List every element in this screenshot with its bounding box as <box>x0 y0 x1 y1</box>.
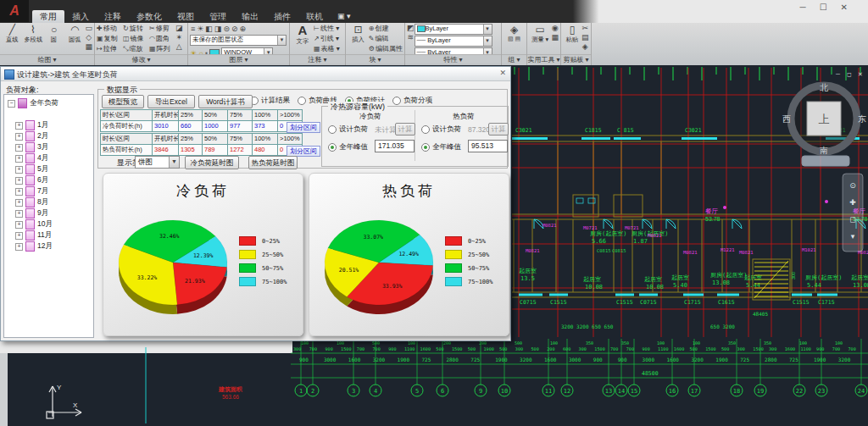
button-导出Excel[interactable]: 导出Excel <box>147 95 195 108</box>
tab-视图[interactable]: 视图 <box>170 10 202 23</box>
draw-extra-icons[interactable]: ▭◇▦ <box>86 24 93 52</box>
button-热负荷延时图[interactable]: 热负荷延时图 <box>248 156 298 169</box>
clipboard-icon-small[interactable]: ◈ <box>581 42 589 52</box>
modify-icon[interactable]: △ <box>175 42 183 52</box>
block-编辑[interactable]: ✎编辑 <box>369 34 403 44</box>
tree-month-8月[interactable]: +8月 <box>15 197 48 207</box>
block-编辑属性[interactable]: ⚙编辑属性 <box>369 44 403 54</box>
measure-tool[interactable]: ▭测量 ▾ <box>529 24 551 43</box>
clipboard-icon-small[interactable]: ✂ <box>581 24 589 33</box>
peak-value-input-热负荷[interactable]: 95.513 <box>468 140 508 152</box>
modify-tool-旋转[interactable]: ↻旋转 <box>123 24 149 34</box>
tree-month-1月[interactable]: +1月 <box>15 120 48 130</box>
layer-icon-row[interactable]: ≡☀◧◨⊜⊘⊕ <box>190 24 287 34</box>
draw-tool-多段线[interactable]: ⌇多段线 <box>23 24 44 43</box>
tree-month-2月[interactable]: +2月 <box>15 131 48 141</box>
expand-icon[interactable]: + <box>15 122 23 130</box>
layer-icon[interactable]: ◧ <box>205 24 213 34</box>
expand-icon[interactable]: + <box>15 243 23 251</box>
peak-value-input-冷负荷[interactable]: 171.035 <box>375 140 415 152</box>
modify-tool-拉伸[interactable]: ↦拉伸 <box>97 44 123 54</box>
annotate-线性[interactable]: ⊢线性 ▾ <box>314 24 340 34</box>
tree-month-10月[interactable]: +10月 <box>15 219 53 230</box>
clipboard-icon-small[interactable]: ▤ <box>581 33 589 42</box>
utility-extra-icons[interactable]: ◉▦ <box>551 24 559 42</box>
tree-month-9月[interactable]: +9月 <box>15 208 48 219</box>
panel-footer-注释[interactable]: 注释 ▾ <box>290 54 345 65</box>
load-object-tree[interactable]: −全年负荷+1月+2月+3月+4月+5月+6月+7月+8月+9月+10月+11月… <box>3 94 94 338</box>
draw-tool-直线[interactable]: ╱直线 <box>2 24 23 43</box>
paste-tool[interactable]: ▯粘贴 <box>563 24 581 43</box>
button-calc-热负荷[interactable]: 计算 <box>488 123 509 136</box>
button-冷负荷延时图[interactable]: 冷负荷延时图 <box>185 156 239 169</box>
share-camera-icon[interactable]: ▣ ▾ <box>331 10 358 23</box>
tab-插件[interactable]: 插件 <box>266 10 298 23</box>
layer-state-combo[interactable]: 未保存的图层状态▼ <box>190 35 287 46</box>
tree-month-4月[interactable]: +4月 <box>15 153 48 163</box>
tree-month-7月[interactable]: +7月 <box>15 186 48 196</box>
tree-root[interactable]: −全年负荷 <box>8 98 58 108</box>
display-type-select[interactable]: 饼图 ▼ <box>135 156 180 169</box>
autocad-logo-icon[interactable]: A <box>0 0 29 22</box>
modify-icon[interactable]: ✶ <box>175 33 183 42</box>
tree-month-12月[interactable]: +12月 <box>15 241 53 252</box>
dialog-titlebar[interactable]: 设计建筑->建筑 全年逐时负荷 ✕ <box>1 67 510 81</box>
radio-冷负荷-design[interactable]: 设计负荷 <box>328 124 368 135</box>
expand-icon[interactable]: + <box>15 232 23 240</box>
radio-热负荷-peak[interactable]: 全年峰值 <box>421 142 461 152</box>
divide-range-link-0[interactable]: 划分区间 <box>287 122 320 133</box>
button-calc-冷负荷[interactable]: 计算 <box>395 123 415 136</box>
panel-footer-图层[interactable]: 图层 ▾ <box>188 54 289 65</box>
expand-icon[interactable]: + <box>15 177 23 185</box>
tab-插入[interactable]: 插入 <box>64 10 97 23</box>
panel-footer-修改[interactable]: 修改 ▾ <box>95 54 187 65</box>
collapse-icon[interactable]: − <box>8 100 15 108</box>
expand-icon[interactable]: + <box>15 166 23 174</box>
annotate-引线[interactable]: ↗引线 ▾ <box>314 34 340 44</box>
tree-month-6月[interactable]: +6月 <box>15 175 48 185</box>
utility-icon[interactable]: ▦ <box>551 33 559 42</box>
clipboard-extra-icons[interactable]: ✂▤◈ <box>581 24 589 52</box>
modify-icon[interactable]: ◪ <box>175 24 183 33</box>
panel-footer-剪贴板[interactable]: 剪贴板 ▾ <box>561 54 591 65</box>
tab-常用[interactable]: 常用 <box>32 10 64 23</box>
annotate-表格[interactable]: ▦表格 ▾ <box>314 44 340 54</box>
draw-tool-圆[interactable]: ○圆 <box>43 24 64 43</box>
shape-icon[interactable]: ▦ <box>86 42 93 52</box>
properties-left-icons[interactable]: ◩≋ <box>407 24 415 42</box>
radio-负荷分项[interactable]: 负荷分项 <box>392 96 432 106</box>
panel-footer-实用工具[interactable]: 实用工具 ▾ <box>527 54 560 65</box>
modify-tool-阵列[interactable]: ▦阵列 <box>149 44 175 54</box>
expand-icon[interactable]: + <box>15 210 23 218</box>
expand-icon[interactable]: + <box>15 199 23 207</box>
tree-month-5月[interactable]: +5月 <box>15 164 48 174</box>
tree-month-11月[interactable]: +11月 <box>15 230 52 241</box>
tree-month-3月[interactable]: +3月 <box>15 142 48 152</box>
modify-tool-圆角[interactable]: ◠圆角 <box>149 34 175 44</box>
block-创建[interactable]: ⊕创建 <box>369 24 403 34</box>
expand-icon[interactable]: + <box>15 221 23 229</box>
utility-icon[interactable]: ◉ <box>551 24 559 33</box>
layer-icon[interactable]: ≡ <box>191 24 195 34</box>
modify-tool-镜像[interactable]: ◫镜像 <box>123 34 149 44</box>
panel-footer-特性[interactable]: 特性 ▾ <box>405 54 501 65</box>
window-controls[interactable]: ─☐✕ <box>800 3 861 12</box>
tab-管理[interactable]: 管理 <box>202 10 234 23</box>
modify-extra-icons[interactable]: ◪✶△ <box>175 24 183 52</box>
tab-输出[interactable]: 输出 <box>234 10 266 23</box>
insert-block-tool[interactable]: ⊡插入 <box>348 24 369 43</box>
modify-tool-缩放[interactable]: ⤡缩放 <box>123 44 149 54</box>
draw-tool-圆弧[interactable]: ◠圆弧 <box>64 24 86 43</box>
tab-注释[interactable]: 注释 <box>97 10 129 23</box>
properties-icon[interactable]: ≋ <box>407 33 415 42</box>
radio-热负荷-design[interactable]: 设计负荷 <box>421 124 461 135</box>
panel-footer-块[interactable]: 块 ▾ <box>346 54 404 65</box>
layer-icon[interactable]: ☀ <box>197 24 203 34</box>
text-tool[interactable]: A文字 <box>292 24 314 45</box>
radio-计算结果[interactable]: 计算结果 <box>250 96 290 106</box>
panel-footer-绘图[interactable]: 绘图 ▾ <box>0 54 94 65</box>
group-icon[interactable]: ◈ <box>504 24 525 36</box>
layer-icon[interactable]: ⊕ <box>239 24 246 34</box>
layer-icon[interactable]: ◨ <box>214 24 222 34</box>
layer-icon[interactable]: ⊜ <box>223 24 230 34</box>
